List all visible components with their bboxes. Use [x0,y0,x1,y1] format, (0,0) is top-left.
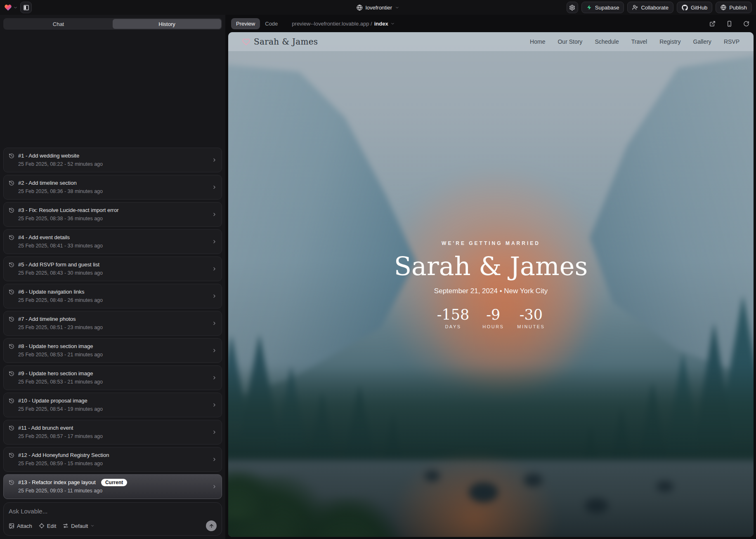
site-nav-link[interactable]: Our Story [558,38,582,45]
history-item-title: #2 - Add timeline section [18,179,77,187]
panel-tabs: Chat History [3,18,222,30]
history-item[interactable]: #1 - Add wedding website 25 Feb 2025, 08… [3,148,222,172]
settings-button[interactable] [567,2,578,13]
site-logo-text: Sarah & James [254,37,318,47]
arrow-up-icon [209,523,214,529]
history-icon [9,480,14,485]
publish-globe-icon [721,5,726,10]
lovable-heart-icon [4,4,12,12]
github-button[interactable]: GitHub [677,2,712,13]
countdown-unit: -30 MINUTES [517,308,545,329]
chevron-down-icon [390,21,395,26]
crosshair-icon [39,523,45,529]
history-list: #1 - Add wedding website 25 Feb 2025, 08… [3,148,222,499]
send-button[interactable] [206,520,217,531]
publish-button[interactable]: Publish [716,2,752,13]
history-item[interactable]: #7 - Add timeline photos 25 Feb 2025, 08… [3,311,222,336]
site-header: Sarah & James HomeOur StoryScheduleTrave… [228,32,754,51]
current-badge: Current [101,479,127,486]
toggle-sidebar-button[interactable] [20,2,32,13]
hero-title: Sarah & James [228,253,754,280]
chevron-right-icon [212,348,217,353]
chevron-right-icon [212,158,217,163]
attach-button[interactable]: Attach [9,523,32,529]
countdown-label: HOURS [480,324,506,329]
chevron-right-icon [212,484,217,490]
history-item-meta: 25 Feb 2025, 08:22 - 52 minutes ago [18,160,208,168]
history-item-title: #11 - Add brunch event [18,424,73,432]
history-item[interactable]: #12 - Add Honeyfund Registry Section 25 … [3,447,222,472]
supabase-button[interactable]: Supabase [581,2,624,13]
history-item[interactable]: #3 - Fix: Resolve Lucide-react import er… [3,202,222,227]
history-item-title: #10 - Update proposal image [18,397,87,405]
countdown-value: -30 [517,308,545,322]
history-item[interactable]: #10 - Update proposal image 25 Feb 2025,… [3,393,222,417]
history-icon [9,153,14,159]
history-item-meta: 25 Feb 2025, 08:41 - 33 minutes ago [18,242,208,249]
history-item[interactable]: #4 - Add event details 25 Feb 2025, 08:4… [3,229,222,254]
site-nav-link[interactable]: Gallery [693,38,711,45]
hero-subtitle: September 21, 2024 • New York City [228,287,754,295]
tab-preview[interactable]: Preview [231,18,260,29]
topbar: lovefrontier Supabase Collaborate [0,0,756,15]
sliders-icon [63,523,69,529]
history-item-meta: 25 Feb 2025, 08:53 - 21 minutes ago [18,378,208,386]
countdown-unit: -158 DAYS [437,308,470,329]
collaborate-label: Collaborate [641,5,669,11]
site-nav-link[interactable]: Registry [659,38,680,45]
history-item-meta: 25 Feb 2025, 08:43 - 30 minutes ago [18,269,208,277]
tab-history[interactable]: History [113,19,221,29]
edit-select-button[interactable]: Edit [39,523,56,529]
collaborate-button[interactable]: Collaborate [627,2,673,13]
chevron-right-icon [212,321,217,326]
history-item-meta: 25 Feb 2025, 08:57 - 17 minutes ago [18,433,208,440]
history-item-title: #9 - Update hero section image [18,370,93,377]
site-logo[interactable]: Sarah & James [242,37,318,47]
history-item-meta: 25 Feb 2025, 08:48 - 26 minutes ago [18,297,208,304]
history-item[interactable]: #8 - Update hero section image 25 Feb 20… [3,338,222,363]
history-icon [9,289,14,295]
image-attach-icon [9,523,14,529]
history-icon [9,398,14,404]
site-nav: HomeOur StoryScheduleTravelRegistryGalle… [530,38,739,45]
site-nav-link[interactable]: Schedule [595,38,619,45]
history-icon [9,207,14,213]
mode-label: Default [71,523,88,529]
site-nav-link[interactable]: Travel [631,38,647,45]
countdown-value: -9 [480,308,506,322]
mobile-view-button[interactable] [726,21,732,27]
url-prefix: preview--lovefrontier.lovable.app / [292,21,372,27]
prompt-composer: Ask Lovable... Attach Edit [3,502,222,536]
history-icon [9,452,14,458]
history-icon [9,235,14,240]
chevron-down-icon [13,5,18,10]
open-external-button[interactable] [709,21,716,27]
mode-select-button[interactable]: Default [63,523,94,529]
history-item[interactable]: #2 - Add timeline section 25 Feb 2025, 0… [3,175,222,200]
history-icon [9,316,14,322]
chevron-right-icon [212,430,217,435]
prompt-input[interactable]: Ask Lovable... [9,508,217,515]
history-item-meta: 25 Feb 2025, 09:03 - 11 minutes ago [18,487,208,494]
history-icon [9,262,14,268]
publish-label: Publish [729,5,747,11]
lovable-logo-menu[interactable] [4,4,18,12]
history-item[interactable]: #5 - Add RSVP form and guest list 25 Feb… [3,257,222,281]
history-item[interactable]: #11 - Add brunch event 25 Feb 2025, 08:5… [3,420,222,445]
site-nav-link[interactable]: RSVP [724,38,739,45]
tab-code[interactable]: Code [260,18,283,29]
preview-url[interactable]: preview--lovefrontier.lovable.app / inde… [292,21,395,27]
history-item[interactable]: #13 - Refactor index page layout Current… [3,474,222,499]
history-item-title: #1 - Add wedding website [18,152,79,160]
history-item-meta: 25 Feb 2025, 08:59 - 15 minutes ago [18,460,208,467]
chevron-right-icon [212,294,217,299]
countdown-label: DAYS [437,324,470,329]
tab-chat[interactable]: Chat [4,19,113,29]
history-item[interactable]: #9 - Update hero section image 25 Feb 20… [3,365,222,390]
history-icon [9,344,14,349]
history-item[interactable]: #6 - Update navigation links 25 Feb 2025… [3,284,222,308]
site-nav-link[interactable]: Home [530,38,545,45]
project-switcher[interactable]: lovefrontier [357,0,399,15]
history-item-meta: 25 Feb 2025, 08:51 - 23 minutes ago [18,324,208,331]
refresh-button[interactable] [743,21,749,27]
